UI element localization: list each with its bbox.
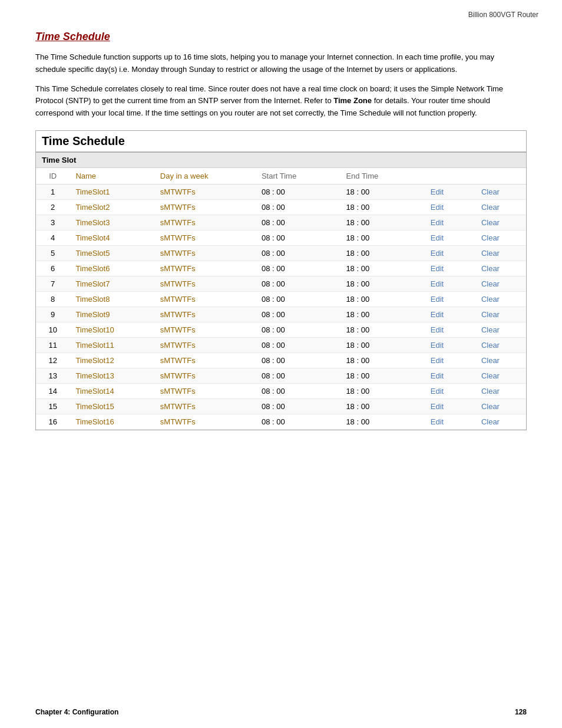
cell-id: 13 (36, 368, 70, 383)
cell-edit[interactable]: Edit (425, 199, 475, 215)
cell-end: 18 : 00 (340, 184, 424, 199)
clear-button[interactable]: Clear (481, 325, 500, 334)
cell-edit[interactable]: Edit (425, 383, 475, 398)
edit-button[interactable]: Edit (431, 295, 444, 304)
page-footer: Chapter 4: Configuration 128 (0, 708, 562, 716)
cell-edit[interactable]: Edit (425, 245, 475, 261)
cell-end: 18 : 00 (340, 414, 424, 429)
cell-clear[interactable]: Clear (475, 383, 526, 398)
clear-button[interactable]: Clear (481, 341, 500, 350)
cell-end: 18 : 00 (340, 398, 424, 414)
cell-edit[interactable]: Edit (425, 230, 475, 245)
edit-button[interactable]: Edit (431, 264, 444, 273)
footer-chapter: Chapter 4: Configuration (35, 708, 118, 716)
clear-button[interactable]: Clear (481, 310, 500, 319)
cell-edit[interactable]: Edit (425, 398, 475, 414)
edit-button[interactable]: Edit (431, 387, 444, 396)
cell-clear[interactable]: Clear (475, 276, 526, 291)
cell-name: TimeSlot6 (70, 261, 154, 276)
cell-day: sMTWTFs (154, 261, 256, 276)
edit-button[interactable]: Edit (431, 218, 444, 227)
cell-clear[interactable]: Clear (475, 261, 526, 276)
table-row: 7 TimeSlot7 sMTWTFs 08 : 00 18 : 00 Edit… (36, 276, 526, 291)
edit-button[interactable]: Edit (431, 402, 444, 411)
page-title: Time Schedule (35, 31, 527, 43)
clear-button[interactable]: Clear (481, 264, 500, 273)
clear-button[interactable]: Clear (481, 249, 500, 258)
clear-button[interactable]: Clear (481, 203, 500, 212)
cell-day: sMTWTFs (154, 307, 256, 322)
clear-button[interactable]: Clear (481, 295, 500, 304)
edit-button[interactable]: Edit (431, 325, 444, 334)
cell-id: 3 (36, 215, 70, 230)
clear-button[interactable]: Clear (481, 402, 500, 411)
cell-clear[interactable]: Clear (475, 368, 526, 383)
cell-edit[interactable]: Edit (425, 337, 475, 353)
clear-button[interactable]: Clear (481, 279, 500, 288)
cell-id: 14 (36, 383, 70, 398)
cell-end: 18 : 00 (340, 353, 424, 368)
edit-button[interactable]: Edit (431, 249, 444, 258)
cell-clear[interactable]: Clear (475, 184, 526, 199)
clear-button[interactable]: Clear (481, 233, 500, 242)
cell-name: TimeSlot8 (70, 291, 154, 307)
table-title: Time Schedule (36, 131, 526, 153)
table-row: 1 TimeSlot1 sMTWTFs 08 : 00 18 : 00 Edit… (36, 184, 526, 199)
clear-button[interactable]: Clear (481, 356, 500, 365)
cell-clear[interactable]: Clear (475, 322, 526, 337)
cell-day: sMTWTFs (154, 230, 256, 245)
edit-button[interactable]: Edit (431, 233, 444, 242)
table-header-row: ID Name Day in a week Start Time End Tim… (36, 168, 526, 185)
table-row: 8 TimeSlot8 sMTWTFs 08 : 00 18 : 00 Edit… (36, 291, 526, 307)
clear-button[interactable]: Clear (481, 387, 500, 396)
cell-edit[interactable]: Edit (425, 276, 475, 291)
cell-edit[interactable]: Edit (425, 368, 475, 383)
clear-button[interactable]: Clear (481, 187, 500, 196)
cell-id: 5 (36, 245, 70, 261)
cell-clear[interactable]: Clear (475, 307, 526, 322)
edit-button[interactable]: Edit (431, 356, 444, 365)
table-row: 13 TimeSlot13 sMTWTFs 08 : 00 18 : 00 Ed… (36, 368, 526, 383)
cell-edit[interactable]: Edit (425, 261, 475, 276)
cell-edit[interactable]: Edit (425, 353, 475, 368)
cell-clear[interactable]: Clear (475, 337, 526, 353)
edit-button[interactable]: Edit (431, 310, 444, 319)
cell-clear[interactable]: Clear (475, 353, 526, 368)
col-header-name: Name (70, 168, 154, 185)
clear-button[interactable]: Clear (481, 417, 500, 426)
cell-clear[interactable]: Clear (475, 245, 526, 261)
cell-clear[interactable]: Clear (475, 291, 526, 307)
cell-name: TimeSlot9 (70, 307, 154, 322)
description-2: This Time Schedule correlates closely to… (35, 83, 527, 120)
edit-button[interactable]: Edit (431, 341, 444, 350)
cell-edit[interactable]: Edit (425, 307, 475, 322)
cell-day: sMTWTFs (154, 414, 256, 429)
clear-button[interactable]: Clear (481, 218, 500, 227)
edit-button[interactable]: Edit (431, 187, 444, 196)
cell-start: 08 : 00 (256, 276, 340, 291)
cell-edit[interactable]: Edit (425, 215, 475, 230)
cell-day: sMTWTFs (154, 383, 256, 398)
cell-day: sMTWTFs (154, 337, 256, 353)
cell-clear[interactable]: Clear (475, 230, 526, 245)
cell-edit[interactable]: Edit (425, 291, 475, 307)
cell-edit[interactable]: Edit (425, 184, 475, 199)
cell-day: sMTWTFs (154, 322, 256, 337)
cell-end: 18 : 00 (340, 215, 424, 230)
edit-button[interactable]: Edit (431, 371, 444, 380)
cell-edit[interactable]: Edit (425, 322, 475, 337)
cell-clear[interactable]: Clear (475, 398, 526, 414)
cell-day: sMTWTFs (154, 291, 256, 307)
cell-edit[interactable]: Edit (425, 414, 475, 429)
cell-name: TimeSlot14 (70, 383, 154, 398)
cell-clear[interactable]: Clear (475, 215, 526, 230)
edit-button[interactable]: Edit (431, 203, 444, 212)
cell-id: 15 (36, 398, 70, 414)
cell-clear[interactable]: Clear (475, 199, 526, 215)
edit-button[interactable]: Edit (431, 279, 444, 288)
cell-start: 08 : 00 (256, 322, 340, 337)
clear-button[interactable]: Clear (481, 371, 500, 380)
cell-clear[interactable]: Clear (475, 414, 526, 429)
col-header-day: Day in a week (154, 168, 256, 185)
edit-button[interactable]: Edit (431, 417, 444, 426)
